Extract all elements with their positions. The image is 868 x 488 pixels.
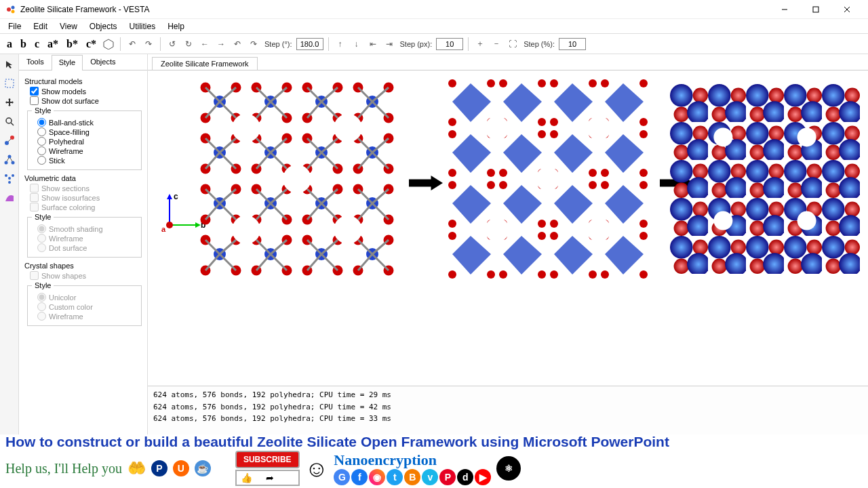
move-tool[interactable] (2, 95, 17, 110)
google-icon[interactable]: G (334, 469, 350, 485)
undo-icon[interactable]: ↶ (125, 37, 139, 51)
facebook-icon[interactable]: f (351, 469, 368, 485)
maximize-button[interactable] (800, 0, 831, 19)
menu-utilities[interactable]: Utilities (124, 20, 161, 33)
dailymotion-icon[interactable]: d (457, 469, 473, 485)
cube-icon[interactable] (102, 37, 115, 51)
crystal-wireframe: Wireframe (37, 312, 137, 321)
move-left-icon[interactable]: ⇤ (366, 37, 380, 51)
show-sections-check[interactable]: Show sections (30, 184, 142, 192)
pinterest-icon[interactable]: P (439, 469, 456, 485)
youtube-icon[interactable]: ▶ (475, 469, 491, 485)
canvas-area: Zeolite Silicate Framework c b a (148, 54, 868, 434)
step-px-input[interactable] (436, 38, 463, 50)
select-tool[interactable] (2, 76, 17, 91)
svg-line-19 (10, 158, 12, 161)
svg-line-11 (11, 123, 14, 125)
axis-a-button[interactable]: a (4, 38, 15, 50)
nanoencryption-logo: ⚛ (496, 456, 521, 481)
minimize-button[interactable] (769, 0, 800, 19)
axis-bstar-button[interactable]: b* (64, 38, 81, 50)
svg-rect-4 (813, 7, 818, 12)
social-icons: G f ◉ t B v P d ▶ (334, 469, 491, 485)
kofi-icon[interactable]: ☕ (195, 460, 211, 476)
crystal-style-legend: Style (32, 281, 54, 289)
donate-icon: 🤲 (127, 460, 146, 477)
style-space-filling[interactable]: Space-filling (37, 127, 137, 136)
patreon-icon[interactable]: U (173, 460, 189, 476)
style-wireframe[interactable]: Wireframe (37, 146, 137, 155)
titlebar: Zeolite Silicate Framework - VESTA (0, 0, 868, 19)
structure-polyhedral (446, 77, 650, 281)
tab-objects[interactable]: Objects (83, 54, 123, 70)
svg-line-18 (7, 158, 9, 161)
menu-view[interactable]: View (54, 20, 83, 33)
viewport[interactable]: c b a (148, 70, 868, 386)
svg-point-17 (11, 161, 14, 165)
blogger-icon[interactable]: B (404, 469, 420, 485)
bond-tool[interactable] (2, 133, 17, 148)
svg-point-16 (7, 155, 11, 159)
show-shapes-check[interactable]: Show shapes (30, 271, 142, 280)
fit-icon[interactable]: ⛶ (506, 37, 519, 51)
surface-tool[interactable] (2, 190, 17, 205)
angle-tool[interactable] (2, 152, 17, 167)
brand-name: Nanoencryption (334, 451, 437, 469)
menu-file[interactable]: File (3, 20, 26, 33)
banner-help-row: Help us, I'll Help you 🤲 P U ☕ SUBSCRIBE… (5, 451, 863, 486)
rotate-cw-icon[interactable]: ↻ (182, 37, 195, 51)
structure-space-filling (670, 77, 860, 281)
axis-b-button[interactable]: b (18, 38, 29, 50)
show-isosurfaces-check[interactable]: Show isosurfaces (30, 193, 142, 202)
svg-point-22 (12, 174, 14, 177)
style-ball-stick[interactable]: Ball-and-stick (37, 118, 137, 127)
rotate-left-icon[interactable]: ← (198, 37, 212, 51)
move-up-icon[interactable]: ↑ (334, 37, 347, 51)
svg-point-61 (713, 127, 732, 146)
zoom-out-icon[interactable]: － (490, 37, 503, 51)
svg-point-10 (6, 118, 12, 123)
dihedral-tool[interactable] (2, 171, 17, 186)
show-models-check[interactable]: Show models (30, 87, 142, 96)
surface-coloring-check[interactable]: Surface coloring (30, 203, 142, 211)
vimeo-icon[interactable]: v (422, 469, 438, 485)
model-style-group: Style Ball-and-stick Space-filling Polyh… (27, 106, 142, 170)
svg-rect-60 (670, 84, 860, 274)
console[interactable]: 624 atoms, 576 bonds, 192 polyhedra; CPU… (148, 386, 868, 434)
move-right-icon[interactable]: ⇥ (382, 37, 396, 51)
show-dot-check[interactable]: Show dot surface (30, 96, 142, 105)
smiley-icon: ☺ (305, 455, 329, 482)
tab-style[interactable]: Style (52, 55, 83, 70)
tab-tools[interactable]: Tools (19, 54, 52, 70)
tool-strip (0, 54, 19, 434)
svg-point-55 (536, 167, 560, 191)
zoom-in-icon[interactable]: ＋ (473, 37, 487, 51)
rotate-ccw-icon[interactable]: ↺ (165, 37, 179, 51)
twitter-icon[interactable]: t (387, 469, 403, 485)
close-button[interactable] (831, 0, 863, 19)
axis-c-button[interactable]: c (32, 38, 42, 50)
menu-help[interactable]: Help (162, 20, 190, 33)
instagram-icon[interactable]: ◉ (369, 469, 385, 485)
doc-tab[interactable]: Zeolite Silicate Framework (152, 57, 258, 70)
style-polyhedral[interactable]: Polyhedral (37, 137, 137, 146)
paypal-icon[interactable]: P (151, 460, 167, 476)
banner-headline: How to construct or build a beautiful Ze… (5, 434, 863, 449)
menu-edit[interactable]: Edit (28, 20, 53, 33)
step-deg-input[interactable] (296, 38, 323, 50)
rotate-down-icon[interactable]: ↷ (247, 37, 260, 51)
rotate-right-icon[interactable]: → (214, 37, 228, 51)
toolbar: a b c a* b* c* ↶ ↷ ↺ ↻ ← → ↶ ↷ Step (°):… (0, 34, 868, 54)
rotate-up-icon[interactable]: ↶ (231, 37, 244, 51)
step-pct-input[interactable] (559, 38, 586, 50)
redo-icon[interactable]: ↷ (142, 37, 155, 51)
subscribe-button[interactable]: SUBSCRIBE (235, 451, 300, 468)
axis-astar-button[interactable]: a* (45, 38, 61, 50)
pointer-tool[interactable] (2, 57, 17, 72)
axis-cstar-button[interactable]: c* (83, 38, 99, 50)
menu-objects[interactable]: Objects (84, 20, 123, 33)
style-stick[interactable]: Stick (37, 156, 137, 165)
zoom-tool[interactable] (2, 114, 17, 129)
move-down-icon[interactable]: ↓ (350, 37, 363, 51)
like-share-box[interactable]: 👍➦ (235, 470, 300, 486)
